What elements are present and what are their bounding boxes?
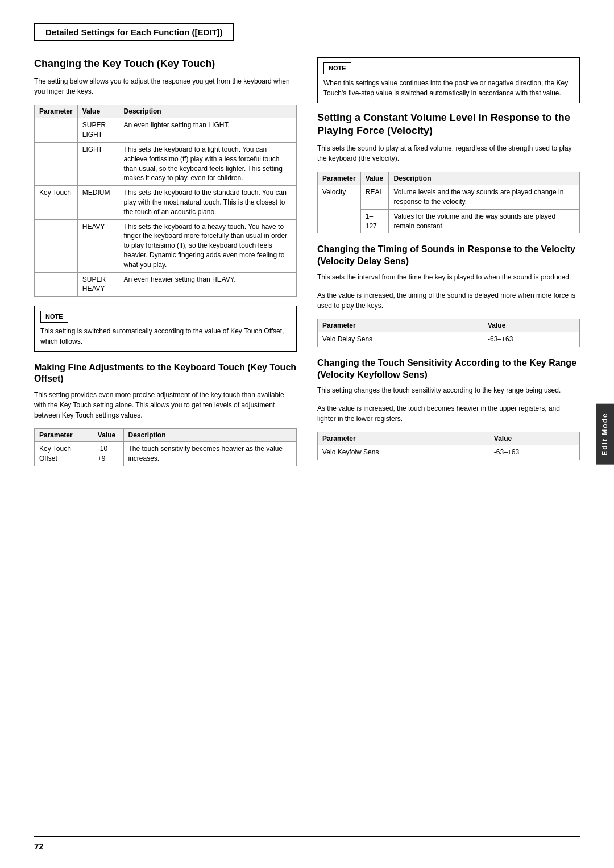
note-label: NOTE bbox=[323, 62, 351, 74]
key-touch-table: Parameter Value Description SUPER LIGHT … bbox=[34, 105, 297, 297]
col-header-description: Description bbox=[389, 172, 580, 185]
col-header-parameter: Parameter bbox=[318, 172, 361, 185]
velocity-body: This sets the sound to play at a fixed v… bbox=[317, 143, 580, 164]
table-row: LIGHT This sets the keyboard to a light … bbox=[35, 142, 297, 185]
key-touch-section: Changing the Key Touch (Key Touch) The s… bbox=[34, 57, 297, 352]
velocity-keyfollow-table: Parameter Value Velo Keyfolw Sens -63–+6… bbox=[317, 432, 580, 460]
velocity-table: Parameter Value Description Velocity REA… bbox=[317, 172, 580, 233]
bottom-divider bbox=[34, 836, 580, 837]
key-touch-offset-table: Parameter Value Description Key Touch Of… bbox=[34, 428, 297, 466]
velocity-delay-body2: As the value is increased, the timing of… bbox=[317, 290, 580, 311]
table-row: SUPER HEAVY An even heavier setting than… bbox=[35, 272, 297, 297]
velocity-keyfollow-body2: As the value is increased, the touch bec… bbox=[317, 403, 580, 424]
col-header-parameter: Parameter bbox=[318, 319, 483, 332]
note-text: When this settings value continues into … bbox=[323, 78, 574, 98]
note-text: This setting is switched automatically a… bbox=[40, 326, 291, 347]
velocity-delay-title: Changing the Timing of Sounds in Respons… bbox=[317, 244, 580, 268]
key-touch-offset-section: Making Fine Adjustments to the Keyboard … bbox=[34, 362, 297, 466]
velocity-delay-body1: This sets the interval from the time the… bbox=[317, 272, 580, 282]
velocity-delay-table: Parameter Value Velo Delay Sens -63–+63 bbox=[317, 319, 580, 347]
velocity-keyfollow-section: Changing the Touch Sensitivity According… bbox=[317, 357, 580, 460]
velocity-delay-section: Changing the Timing of Sounds in Respons… bbox=[317, 244, 580, 347]
col-header-parameter: Parameter bbox=[35, 105, 78, 118]
two-column-layout: Changing the Key Touch (Key Touch) The s… bbox=[34, 57, 580, 475]
velocity-keyfollow-title: Changing the Touch Sensitivity According… bbox=[317, 357, 580, 381]
key-touch-body: The setting below allows you to adjust t… bbox=[34, 76, 297, 97]
velocity-keyfollow-body1: This setting changes the touch sensitivi… bbox=[317, 385, 580, 395]
col-header-value: Value bbox=[360, 172, 389, 185]
table-row: Velo Delay Sens -63–+63 bbox=[318, 332, 580, 347]
table-row: Velocity REAL Volume levels and the way … bbox=[318, 185, 580, 210]
col-header-parameter: Parameter bbox=[318, 432, 489, 445]
table-row: Key Touch MEDIUM This sets the keyboard … bbox=[35, 186, 297, 219]
side-tab: Edit Mode bbox=[596, 403, 614, 464]
col-header-description: Description bbox=[119, 105, 296, 118]
left-column: Changing the Key Touch (Key Touch) The s… bbox=[34, 57, 297, 475]
col-header-value: Value bbox=[77, 105, 119, 118]
page-number: 72 bbox=[34, 841, 44, 851]
key-touch-offset-body: This setting provides even more precise … bbox=[34, 390, 297, 420]
velocity-title: Setting a Constant Volume Level in Respo… bbox=[317, 111, 580, 138]
col-header-value: Value bbox=[489, 432, 579, 445]
col-header-value: Value bbox=[483, 319, 580, 332]
velocity-top-note: NOTE When this settings value continues … bbox=[317, 57, 580, 103]
note-label: NOTE bbox=[40, 311, 68, 323]
key-touch-title: Changing the Key Touch (Key Touch) bbox=[34, 57, 297, 70]
table-row: Velo Keyfolw Sens -63–+63 bbox=[318, 445, 580, 460]
velocity-section: Setting a Constant Volume Level in Respo… bbox=[317, 111, 580, 234]
key-touch-offset-title: Making Fine Adjustments to the Keyboard … bbox=[34, 362, 297, 386]
col-header-value: Value bbox=[93, 429, 123, 442]
table-row: Key Touch Offset -10–+9 The touch sensit… bbox=[35, 442, 297, 466]
table-row: HEAVY This sets the keyboard to a heavy … bbox=[35, 219, 297, 272]
table-row: SUPER LIGHT An even lighter setting than… bbox=[35, 118, 297, 143]
key-touch-note: NOTE This setting is switched automatica… bbox=[34, 306, 297, 352]
col-header-parameter: Parameter bbox=[35, 429, 93, 442]
right-column: NOTE When this settings value continues … bbox=[317, 57, 580, 475]
page-header-title: Detailed Settings for Each Function ([ED… bbox=[34, 23, 234, 41]
page-wrapper: Edit Mode Detailed Settings for Each Fun… bbox=[0, 0, 614, 868]
col-header-description: Description bbox=[123, 429, 297, 442]
